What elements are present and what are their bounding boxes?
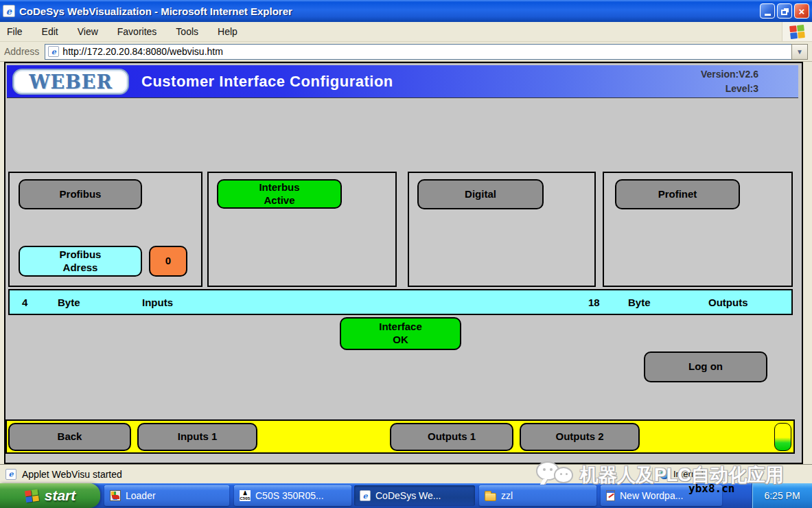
status-message: Applet WebVisu started (22, 469, 122, 480)
restore-button[interactable] (777, 3, 792, 19)
interbus-active-indicator: Interbus Active (217, 179, 342, 209)
address-dropdown-button[interactable]: ▼ (791, 44, 808, 60)
panel-digital: Digital (408, 172, 596, 287)
screen: CoDeSys WebVisualization - Microsoft Int… (0, 0, 812, 508)
clock: 6:25 PM (764, 490, 800, 501)
ie-document-icon (3, 5, 15, 17)
menu-bar: File Edit View Favorites Tools Help (0, 22, 812, 42)
status-lamp-indicator (774, 423, 791, 451)
inputs-1-button[interactable]: Inputs 1 (137, 423, 257, 451)
back-button[interactable]: Back (8, 423, 131, 451)
menu-view[interactable]: View (78, 26, 98, 37)
outputs-label: Outputs (708, 297, 748, 308)
digital-button[interactable]: Digital (417, 179, 544, 209)
byte-io-bar: 4 Byte Inputs 18 Byte Outputs (8, 289, 793, 315)
version-label: Version:V2.6 (701, 67, 758, 82)
taskbar-item-c50s[interactable]: C50S C50S 350R05... (234, 485, 351, 506)
system-tray: 6:25 PM (752, 483, 812, 508)
menu-favorites[interactable]: Favorites (117, 26, 157, 37)
visu-header: WEBER Customer Interface Configuration V… (7, 65, 798, 98)
profibus-adress-label: Profibus Adress (19, 246, 142, 277)
status-page-icon (5, 469, 16, 480)
inputs-label: Inputs (142, 297, 173, 308)
taskbar-item-wordpad[interactable]: New Wordpa... (601, 485, 722, 506)
taskbar-item-loader[interactable]: Loader (104, 485, 229, 506)
windows-logo-icon (789, 24, 805, 38)
status-bar: Applet WebVisu started Internet (0, 464, 812, 483)
level-label: Level:3 (701, 82, 758, 96)
address-label: Address (4, 46, 39, 57)
inputs-byte-count: 4 (22, 297, 27, 308)
ie-page-icon (48, 46, 59, 57)
weber-logo-text: WEBER (29, 71, 113, 93)
start-windows-flag-icon (25, 489, 39, 503)
profinet-button[interactable]: Profinet (615, 179, 740, 209)
address-input[interactable]: http://172.20.20.84:8080/webvisu.htm (45, 44, 792, 60)
menu-help[interactable]: Help (218, 26, 237, 37)
folder-icon (485, 493, 496, 501)
c50s-icon: C50S (240, 490, 251, 501)
start-button[interactable]: start (0, 483, 100, 508)
address-url: http://172.20.20.84:8080/webvisu.htm (62, 46, 223, 57)
outputs-byte-unit: Byte (628, 297, 651, 308)
taskbar: start Loader C50S C50S 350R05... CoDeSys… (0, 483, 812, 508)
start-label: start (45, 487, 76, 504)
window-title: CoDeSys WebVisualization - Microsoft Int… (19, 5, 292, 17)
panel-profinet: Profinet (603, 172, 793, 287)
window-controls: × (760, 3, 809, 19)
taskbar-item-zzl[interactable]: zzl (479, 485, 596, 506)
outputs-2-button[interactable]: Outputs 2 (520, 423, 640, 451)
interface-ok-indicator: Interface OK (340, 317, 461, 350)
wordpad-icon (606, 490, 615, 501)
loader-icon (110, 490, 121, 501)
version-block: Version:V2.6 Level:3 (701, 67, 758, 96)
close-button[interactable]: × (794, 3, 809, 19)
menubar-brand-area (782, 22, 812, 41)
menu-file[interactable]: File (7, 26, 23, 37)
inputs-byte-unit: Byte (58, 297, 80, 308)
bottom-nav-bar: Back Inputs 1 Outputs 1 Outputs 2 (5, 419, 795, 454)
restore-icon (781, 10, 787, 15)
ie-taskbar-icon (360, 490, 371, 501)
address-bar: Address http://172.20.20.84:8080/webvisu… (0, 42, 812, 62)
outputs-byte-count: 18 (588, 297, 600, 308)
menu-edit[interactable]: Edit (42, 26, 58, 37)
menu-tools[interactable]: Tools (176, 26, 198, 37)
minimize-button[interactable] (760, 3, 775, 19)
profibus-adress-value: 0 (149, 246, 187, 277)
title-bar: CoDeSys WebVisualization - Microsoft Int… (0, 0, 812, 22)
zone-label: Internet (673, 469, 704, 479)
minimize-icon (765, 14, 771, 16)
webvisu-applet: WEBER Customer Interface Configuration V… (4, 62, 803, 464)
security-zone: Internet (652, 467, 704, 481)
taskbar-item-codesys[interactable]: CoDeSys We... (354, 485, 475, 506)
panel-interbus: Interbus Active (207, 172, 397, 287)
weber-logo: WEBER (12, 69, 129, 95)
log-on-button[interactable]: Log on (644, 351, 767, 382)
page-title: Customer Interface Configuration (141, 65, 393, 98)
internet-globe-icon (660, 470, 669, 479)
outputs-1-button[interactable]: Outputs 1 (390, 423, 513, 451)
panel-profibus: Profibus Profibus Adress 0 (8, 172, 202, 287)
profibus-button[interactable]: Profibus (19, 179, 142, 209)
